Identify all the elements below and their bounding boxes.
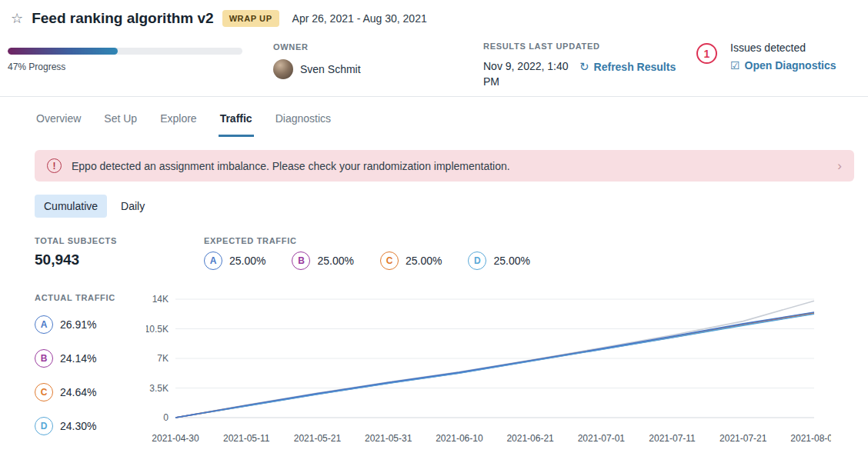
svg-text:10.5K: 10.5K [146, 324, 169, 335]
svg-text:2021-06-10: 2021-06-10 [436, 433, 483, 444]
progress-bar: 47% Progress [8, 48, 242, 72]
variant-b-chip: B [292, 251, 310, 270]
variant-b-chip: B [35, 349, 53, 368]
date-range: Apr 26, 2021 - Aug 30, 2021 [292, 12, 427, 25]
expected-variant-a: A 25.00% [204, 251, 265, 270]
view-toggle: Cumulative Daily [35, 195, 868, 218]
results-updated-timestamp: Nov 9, 2022, 1:40 PM [483, 58, 569, 90]
variant-a-chip: A [204, 251, 222, 270]
actual-variant-b-percent: 24.14% [60, 352, 96, 365]
status-badge[interactable]: WRAP UP [222, 10, 279, 27]
svg-text:2021-07-01: 2021-07-01 [578, 433, 626, 444]
actual-traffic-legend: ACTUAL TRAFFIC A 26.91% B 24.14% C 24.64… [0, 293, 146, 454]
owner-name: Sven Schmit [300, 63, 361, 75]
refresh-results-label: Refresh Results [594, 61, 676, 73]
expected-traffic-label: EXPECTED TRAFFIC [204, 236, 530, 245]
refresh-icon: ↻ [579, 60, 589, 74]
actual-variant-d-percent: 24.30% [60, 420, 96, 432]
tab-bar: Overview Set Up Explore Traffic Diagnost… [0, 109, 868, 137]
expected-variant-d-percent: 25.00% [493, 255, 529, 267]
tab-traffic[interactable]: Traffic [219, 109, 254, 137]
results-updated-label: RESULTS LAST UPDATED [483, 42, 600, 51]
issues-count-badge: 1 [696, 43, 717, 64]
imbalance-alert-banner[interactable]: ! Eppo detected an assignment imbalance.… [35, 150, 854, 182]
svg-text:0: 0 [163, 412, 169, 423]
experiment-header: ☆ Feed ranking algorithm v2 WRAP UP Apr … [0, 0, 868, 97]
stats-row: TOTAL SUBJECTS 50,943 EXPECTED TRAFFIC A… [0, 236, 868, 270]
actual-variant-a: A 26.91% [35, 315, 146, 334]
issues-detected-text: Issues detected [730, 42, 806, 54]
warning-icon: ! [47, 158, 62, 173]
expected-variant-b-percent: 25.00% [317, 255, 353, 267]
svg-text:2021-05-21: 2021-05-21 [294, 433, 342, 444]
tab-set-up[interactable]: Set Up [102, 109, 139, 137]
owner-label: OWNER [273, 42, 361, 52]
actual-variant-d: D 24.30% [35, 417, 146, 435]
svg-text:2021-04-30: 2021-04-30 [152, 433, 199, 444]
traffic-chart: 03.5K7K10.5K14K2021-04-302021-05-112021-… [146, 293, 831, 451]
open-diagnostics-link[interactable]: ☑ Open Diagnostics [730, 59, 836, 72]
tab-explore[interactable]: Explore [159, 109, 198, 137]
variant-c-chip: C [380, 251, 399, 270]
expected-variant-a-percent: 25.00% [229, 255, 265, 267]
svg-text:2021-05-31: 2021-05-31 [365, 433, 412, 444]
svg-text:14K: 14K [152, 294, 169, 305]
variant-d-chip: D [35, 417, 53, 435]
variant-a-chip: A [35, 315, 53, 334]
expected-variant-c: C 25.00% [380, 251, 442, 270]
svg-text:3.5K: 3.5K [149, 383, 169, 394]
total-subjects-value: 50,943 [35, 251, 204, 268]
svg-text:2021-06-21: 2021-06-21 [506, 433, 554, 444]
actual-variant-c: C 24.64% [35, 383, 146, 401]
alert-message: Eppo detected an assignment imbalance. P… [72, 160, 510, 172]
traffic-chart-section: ACTUAL TRAFFIC A 26.91% B 24.14% C 24.64… [0, 293, 868, 454]
expected-traffic-block: EXPECTED TRAFFIC A 25.00% B 25.00% C 25.… [204, 236, 530, 270]
svg-text:2021-08-05: 2021-08-05 [790, 433, 831, 444]
expected-variant-b: B 25.00% [292, 251, 353, 270]
actual-traffic-label: ACTUAL TRAFFIC [35, 293, 146, 302]
owner-block: OWNER Sven Schmit [273, 42, 361, 79]
total-subjects-label: TOTAL SUBJECTS [35, 236, 204, 245]
svg-text:2021-07-21: 2021-07-21 [719, 433, 767, 444]
variant-c-chip: C [35, 383, 53, 401]
toggle-cumulative[interactable]: Cumulative [35, 195, 107, 218]
svg-text:7K: 7K [157, 353, 169, 364]
diagnostics-check-icon: ☑ [730, 59, 740, 72]
toggle-daily[interactable]: Daily [112, 195, 154, 218]
progress-fill [8, 48, 118, 55]
actual-variant-a-percent: 26.91% [60, 318, 96, 331]
actual-variant-b: B 24.14% [35, 349, 146, 368]
page-title: Feed ranking algorithm v2 [32, 10, 214, 27]
traffic-chart-area: 03.5K7K10.5K14K2021-04-302021-05-112021-… [146, 293, 868, 454]
svg-text:2021-07-11: 2021-07-11 [649, 433, 696, 444]
tab-diagnostics[interactable]: Diagnostics [274, 109, 332, 137]
actual-variant-c-percent: 24.64% [60, 386, 96, 398]
chevron-right-icon[interactable]: › [837, 159, 842, 172]
svg-text:2021-05-11: 2021-05-11 [223, 433, 270, 444]
expected-variant-c-percent: 25.00% [406, 255, 442, 267]
variant-d-chip: D [468, 251, 486, 270]
tab-overview[interactable]: Overview [35, 109, 82, 137]
open-diagnostics-label: Open Diagnostics [745, 59, 836, 72]
favorite-star-icon[interactable]: ☆ [11, 12, 23, 25]
progress-label: 47% Progress [8, 62, 242, 72]
owner-avatar [273, 59, 293, 79]
title-row: ☆ Feed ranking algorithm v2 WRAP UP Apr … [11, 10, 427, 27]
refresh-results-button[interactable]: ↻ Refresh Results [579, 60, 676, 74]
total-subjects-block: TOTAL SUBJECTS 50,943 [35, 236, 204, 270]
expected-variant-d: D 25.00% [468, 251, 529, 270]
progress-track [8, 48, 242, 55]
